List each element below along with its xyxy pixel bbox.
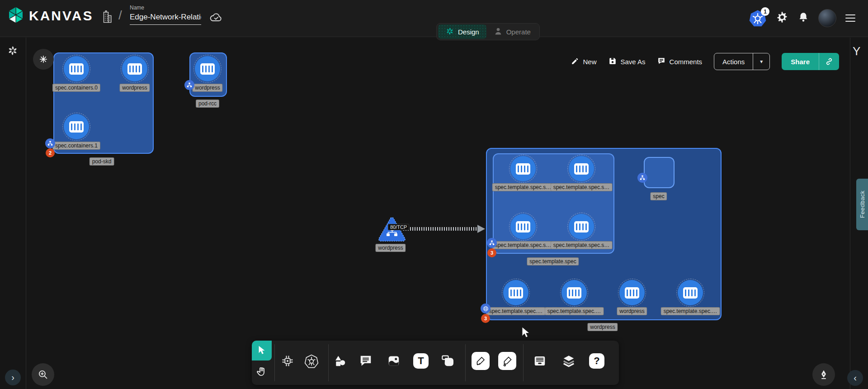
kanvas-app: KANVAS / Name Edge-Network-Relatio bbox=[0, 0, 868, 389]
container-node[interactable] bbox=[503, 280, 528, 305]
pan-hand-tool[interactable] bbox=[252, 361, 272, 381]
layers-tool[interactable] bbox=[559, 351, 579, 371]
hamburger-menu-icon[interactable] bbox=[845, 14, 855, 22]
freehand-draw-tool[interactable] bbox=[497, 351, 517, 371]
feedback-tab[interactable]: Feedback bbox=[856, 179, 868, 230]
help-tool[interactable]: ? bbox=[587, 351, 607, 371]
kubernetes-context-button[interactable]: 1 bbox=[749, 9, 767, 27]
node-label: spec.template.spec.s… bbox=[492, 183, 554, 191]
container-node[interactable] bbox=[195, 56, 220, 81]
snowflake-button[interactable] bbox=[33, 49, 54, 70]
design-name-input[interactable]: Edge-Network-Relatio bbox=[130, 11, 201, 25]
right-rail-divider bbox=[850, 38, 850, 389]
node-label: wordpress bbox=[192, 84, 222, 92]
toolbar-divider bbox=[523, 344, 524, 381]
text-tool-glyph: T bbox=[418, 355, 424, 367]
node-label: wordpress bbox=[375, 244, 406, 252]
actions-button[interactable]: Actions bbox=[714, 53, 753, 70]
floppy-save-icon bbox=[609, 57, 617, 66]
kubernetes-components-tool[interactable] bbox=[302, 351, 321, 371]
node-label: spec.template.spec.… bbox=[661, 307, 720, 315]
design-action-row: New Save As Comments Actions ▾ bbox=[571, 52, 840, 71]
left-rail-divider bbox=[26, 38, 26, 389]
container-node[interactable] bbox=[619, 280, 645, 305]
pod-hierarchy-badge[interactable] bbox=[45, 138, 55, 148]
container-node[interactable] bbox=[122, 56, 147, 81]
kanvas-logo[interactable]: KANVAS bbox=[7, 6, 93, 25]
node-label: wordpress bbox=[119, 84, 150, 92]
group-label: pod-rcc bbox=[196, 100, 219, 108]
brand-title: KANVAS bbox=[29, 8, 93, 24]
pen-nib-button[interactable] bbox=[812, 363, 835, 386]
select-tool[interactable] bbox=[252, 341, 272, 361]
right-rail-y-icon[interactable]: Y bbox=[853, 44, 860, 58]
toolbar-divider bbox=[274, 344, 275, 381]
node-label: spec.template.spec.… bbox=[486, 307, 546, 315]
actions-dropdown-caret[interactable]: ▾ bbox=[753, 53, 769, 70]
text-tool[interactable]: T bbox=[411, 351, 431, 371]
group-label: wordpress bbox=[587, 323, 618, 331]
group-label: spec.template.spec bbox=[527, 257, 579, 266]
collapsed-count-badge[interactable]: 3 bbox=[481, 314, 490, 323]
service-edge[interactable] bbox=[403, 227, 478, 231]
copy-link-icon[interactable] bbox=[819, 53, 839, 70]
component-shape-tool[interactable] bbox=[278, 351, 297, 371]
container-node[interactable] bbox=[569, 214, 594, 239]
new-label: New bbox=[583, 58, 597, 66]
app-header: KANVAS / Name Edge-Network-Relatio bbox=[0, 0, 868, 37]
cloud-saved-icon bbox=[209, 10, 223, 26]
meshery-spiral-icon[interactable] bbox=[7, 45, 19, 58]
tab-operate[interactable]: Operate bbox=[486, 24, 538, 39]
design-name-field[interactable]: Name Edge-Network-Relatio bbox=[130, 5, 201, 25]
edge-arrowhead bbox=[477, 225, 485, 233]
image-tool[interactable] bbox=[384, 351, 404, 371]
settings-gear-icon[interactable] bbox=[776, 11, 788, 25]
container-node[interactable] bbox=[678, 280, 703, 305]
deployment-globe-badge[interactable] bbox=[481, 304, 491, 313]
save-as-button[interactable]: Save As bbox=[609, 57, 646, 66]
header-right-controls: 1 bbox=[749, 5, 855, 32]
tab-design[interactable]: Design bbox=[438, 24, 486, 39]
pencil-icon bbox=[571, 57, 579, 66]
design-spiral-icon bbox=[445, 27, 454, 37]
collapsed-count-badge[interactable]: 3 bbox=[487, 248, 496, 257]
spec-node[interactable] bbox=[644, 157, 675, 188]
container-node[interactable] bbox=[569, 156, 594, 181]
node-label: spec.template.spec.s… bbox=[492, 241, 554, 249]
tab-design-label: Design bbox=[458, 28, 479, 36]
kanvas-hexagon-icon bbox=[7, 6, 24, 25]
pod-hierarchy-badge[interactable] bbox=[487, 238, 497, 248]
service-node[interactable] bbox=[377, 216, 407, 245]
actions-split-button: Actions ▾ bbox=[714, 53, 770, 70]
collapse-right-panel-button[interactable]: ‹ bbox=[847, 370, 863, 386]
expand-left-panel-button[interactable]: › bbox=[5, 370, 21, 385]
zoom-button[interactable] bbox=[32, 363, 54, 386]
container-node[interactable] bbox=[510, 156, 536, 181]
container-node[interactable] bbox=[510, 214, 536, 239]
shapes-tool[interactable] bbox=[330, 351, 350, 371]
mouse-cursor bbox=[521, 327, 531, 340]
kubernetes-count-badge: 1 bbox=[761, 7, 769, 16]
pod-hierarchy-badge[interactable] bbox=[637, 173, 647, 183]
container-node[interactable] bbox=[64, 56, 89, 81]
sticky-note-tool[interactable] bbox=[438, 351, 458, 371]
new-button[interactable]: New bbox=[571, 57, 597, 66]
comment-bubble-icon bbox=[657, 57, 665, 66]
operate-person-icon bbox=[494, 27, 503, 37]
container-node[interactable] bbox=[64, 114, 89, 139]
node-label: wordpress bbox=[617, 307, 647, 315]
design-name-label: Name bbox=[130, 5, 201, 11]
user-avatar[interactable] bbox=[818, 9, 836, 27]
comments-button[interactable]: Comments bbox=[657, 57, 703, 66]
edge-draw-tool[interactable] bbox=[471, 351, 491, 371]
container-node[interactable] bbox=[561, 280, 587, 305]
organization-icon[interactable] bbox=[100, 9, 114, 26]
drawer-archive-tool[interactable] bbox=[530, 351, 550, 371]
toolbar-divider bbox=[465, 344, 466, 381]
share-button[interactable]: Share bbox=[782, 53, 819, 70]
pod-hierarchy-badge[interactable] bbox=[184, 80, 194, 90]
notifications-bell-icon[interactable] bbox=[797, 11, 809, 25]
node-label: spec bbox=[650, 192, 667, 200]
comment-tool[interactable] bbox=[356, 351, 376, 371]
collapsed-count-badge[interactable]: 2 bbox=[46, 148, 55, 157]
